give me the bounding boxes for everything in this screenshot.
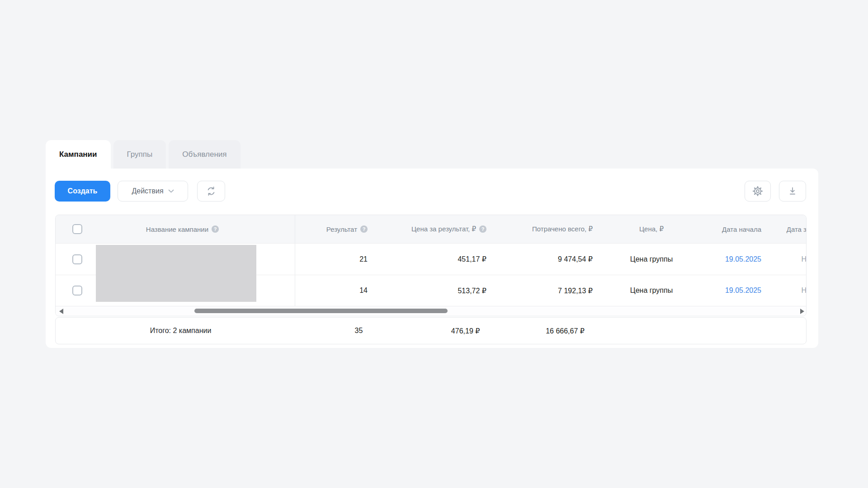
cost-per-result-cell: 451,17 ₽	[378, 244, 497, 275]
price-cell: Цена группы	[604, 244, 699, 275]
tab-bar: Кампании Группы Объявления	[46, 140, 241, 169]
help-icon[interactable]: ?	[360, 225, 368, 233]
totals-row: Итого: 2 кампании 35 476,19 ₽ 16 666,67 …	[55, 317, 807, 344]
header-date-start[interactable]: Дата начала	[699, 215, 772, 243]
download-icon	[787, 186, 798, 197]
help-icon[interactable]: ?	[212, 225, 219, 233]
row-checkbox[interactable]	[72, 254, 82, 264]
totals-result: 35	[292, 318, 373, 344]
totals-label: Итого: 2 кампании	[111, 318, 251, 344]
campaigns-panel: Создать Действия	[46, 169, 818, 348]
select-all-checkbox[interactable]	[72, 224, 82, 234]
cost-per-result-cell: 513,72 ₽	[378, 275, 497, 306]
scrollbar-thumb[interactable]	[194, 309, 448, 313]
price-cell: Цена группы	[604, 275, 699, 306]
create-button[interactable]: Создать	[55, 181, 110, 202]
end-date-cell: Н	[772, 275, 807, 306]
redacted-campaign-names	[96, 245, 256, 302]
chevron-down-icon	[168, 189, 174, 193]
row-checkbox[interactable]	[72, 286, 82, 296]
header-date-end[interactable]: Дата з	[772, 215, 807, 243]
start-date-link[interactable]: 19.05.2025	[725, 255, 761, 263]
tab-groups[interactable]: Группы	[113, 140, 166, 169]
refresh-icon	[206, 186, 217, 197]
header-campaign-name[interactable]: Название кампании ?	[111, 215, 254, 243]
horizontal-scrollbar[interactable]	[56, 306, 806, 316]
tab-campaigns[interactable]: Кампании	[46, 140, 111, 169]
result-cell: 14	[295, 275, 378, 306]
header-cost-per-result[interactable]: Цена за результат, ₽ ?	[378, 215, 497, 243]
help-icon[interactable]: ?	[479, 225, 486, 233]
result-cell: 21	[295, 244, 378, 275]
header-select-all-cell	[56, 215, 111, 243]
scroll-right-arrow[interactable]	[800, 309, 804, 314]
header-price[interactable]: Цена, ₽	[604, 215, 699, 243]
header-result[interactable]: Результат ?	[295, 215, 378, 243]
totals-cost-per-result: 476,19 ₽	[373, 318, 491, 344]
end-date-cell: Н	[772, 244, 807, 275]
start-date-link[interactable]: 19.05.2025	[725, 286, 761, 295]
table-header-row: Название кампании ? Результат ? Цена за …	[56, 215, 807, 243]
export-button[interactable]	[779, 181, 806, 202]
frozen-column-divider	[254, 215, 295, 243]
scroll-left-arrow[interactable]	[59, 309, 63, 314]
totals-spent-total: 16 666,67 ₽	[491, 318, 595, 344]
settings-button[interactable]	[745, 181, 771, 202]
tab-ads[interactable]: Объявления	[169, 140, 240, 169]
actions-dropdown-button[interactable]: Действия	[118, 181, 188, 202]
actions-label: Действия	[132, 187, 163, 195]
spent-total-cell: 7 192,13 ₽	[497, 275, 604, 306]
header-spent-total[interactable]: Потрачено всего, ₽	[497, 215, 604, 243]
refresh-button[interactable]	[197, 181, 225, 202]
spent-total-cell: 9 474,54 ₽	[497, 244, 604, 275]
gear-icon	[752, 185, 764, 197]
